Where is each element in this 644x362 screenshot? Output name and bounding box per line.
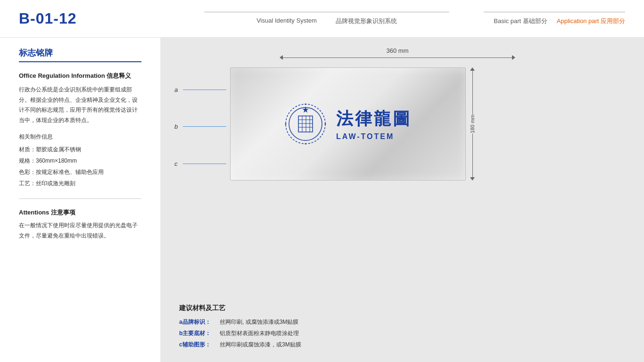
logo-text-area: 法律龍圖 LAW-TOTEM bbox=[336, 107, 412, 141]
nav-basic-part: Basic part 基础部分 bbox=[494, 17, 547, 25]
annotation-c-line bbox=[183, 164, 226, 164]
logo-chinese-text: 法律龍圖 bbox=[336, 107, 412, 131]
header-top-divider bbox=[204, 12, 449, 12]
header-right: Basic part 基础部分 Application part 应用部分 bbox=[484, 12, 625, 25]
header-left: B-01-12 bbox=[19, 10, 170, 27]
sign-board: 法律龍圖 LAW-TOTEM bbox=[230, 67, 466, 181]
nav-brand-chinese: 品牌视觉形象识别系统 bbox=[336, 17, 397, 25]
note-c-label: c辅助图形： bbox=[179, 339, 217, 350]
header: B-01-12 Visual Identity System 品牌视觉形象识别系… bbox=[0, 0, 644, 38]
craft-label: 工艺：丝印或激光雕刻 bbox=[19, 178, 141, 189]
annotation-row-a: a bbox=[174, 71, 226, 108]
note-a-label: a品牌标识： bbox=[179, 316, 217, 328]
page-code: B-01-12 bbox=[19, 10, 170, 27]
dim-arrow-up bbox=[470, 67, 475, 71]
dim-height-line bbox=[472, 71, 473, 115]
logo-english-text: LAW-TOTEM bbox=[336, 132, 412, 141]
office-reg-title: Office Regulation Information 信息释义 bbox=[19, 72, 141, 80]
annotation-a-line bbox=[183, 90, 226, 90]
annotation-row-b: b bbox=[174, 108, 226, 145]
header-center: Visual Identity System 品牌视觉形象识别系统 bbox=[204, 12, 449, 25]
material-label: 材质：塑胶或金属不锈钢 bbox=[19, 144, 141, 155]
note-b-label: b主要底材： bbox=[179, 328, 217, 339]
annotation-a-label: a bbox=[174, 86, 181, 93]
svg-rect-2 bbox=[298, 116, 313, 132]
divider bbox=[19, 198, 141, 199]
related-info-title: 相关制作信息 bbox=[19, 133, 141, 141]
note-a: a品牌标识： 丝网印刷, 或腐蚀添漆或3M贴膜 bbox=[179, 316, 625, 328]
color-label: 色彩：按规定标准色、辅助色应用 bbox=[19, 166, 141, 178]
logo-area: 法律龍圖 LAW-TOTEM bbox=[284, 103, 412, 145]
svg-point-10 bbox=[305, 104, 306, 105]
right-panel: 360 mm a b bbox=[160, 38, 644, 362]
note-c: c辅助图形： 丝网印刷或腐蚀添漆，或3M贴膜 bbox=[179, 339, 625, 350]
annotation-row-c: c bbox=[174, 146, 226, 182]
note-a-value: 丝网印刷, 或腐蚀添漆或3M贴膜 bbox=[220, 316, 298, 328]
size-label: 规格：360mm×180mm bbox=[19, 155, 141, 166]
note-c-value: 丝网印刷或腐蚀添漆，或3M贴膜 bbox=[220, 339, 301, 350]
section-title: 标志铭牌 bbox=[19, 47, 141, 62]
note-b: b主要底材： 铝质型材表面粉末静电喷涂处理 bbox=[179, 328, 625, 339]
header-right-nav: Basic part 基础部分 Application part 应用部分 bbox=[494, 17, 625, 25]
annotation-b-line bbox=[183, 126, 226, 127]
notes-title: 建议材料及工艺 bbox=[179, 304, 625, 313]
nav-visual-identity: Visual Identity System bbox=[256, 17, 317, 25]
dim-arrow-down bbox=[470, 177, 475, 181]
svg-point-11 bbox=[305, 143, 306, 145]
dim-height-label: 180 mm bbox=[470, 115, 475, 133]
description-text: 行政办公系统是企业识别系统中的重要组成部分。根据企业的特点、企业精神及企业文化，… bbox=[19, 85, 141, 125]
dim-width-label: 360 mm bbox=[387, 47, 409, 54]
annotation-c-label: c bbox=[174, 160, 181, 167]
dim-height-container: 180 mm bbox=[470, 67, 475, 181]
attentions-title: Attentions 注意事项 bbox=[19, 208, 141, 217]
bottom-notes: 建议材料及工艺 a品牌标识： 丝网印刷, 或腐蚀添漆或3M贴膜 b主要底材： 铝… bbox=[174, 299, 630, 353]
main-content: 标志铭牌 Office Regulation Information 信息释义 … bbox=[0, 38, 644, 362]
header-right-divider bbox=[484, 12, 625, 12]
note-b-value: 铝质型材表面粉末静电喷涂处理 bbox=[220, 328, 299, 339]
dim-height-line2 bbox=[472, 133, 473, 177]
nav-application-part: Application part 应用部分 bbox=[557, 17, 625, 25]
svg-point-1 bbox=[289, 107, 322, 140]
left-panel: 标志铭牌 Office Regulation Information 信息释义 … bbox=[0, 38, 160, 362]
annotation-b-label: b bbox=[174, 123, 181, 130]
svg-point-13 bbox=[325, 123, 326, 125]
logo-emblem bbox=[284, 103, 327, 145]
svg-point-12 bbox=[285, 123, 287, 125]
attentions-text: 在一般情况下使用时应尽量使用提供的光盘电子文件，尽量避免在重绘中出现错误。 bbox=[19, 221, 141, 241]
header-nav: Visual Identity System 品牌视觉形象识别系统 bbox=[256, 17, 397, 25]
